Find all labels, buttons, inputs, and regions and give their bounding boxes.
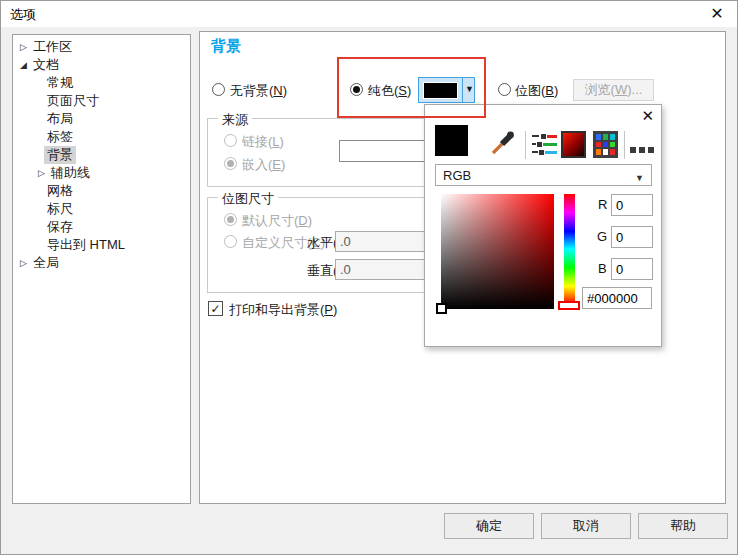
sidebar-item-label[interactable]: 背景 <box>44 146 76 164</box>
label-text: 位图( <box>515 83 545 98</box>
sidebar-item-label[interactable]: 保存 <box>47 218 73 236</box>
link-label: 链接(L) <box>242 133 284 151</box>
tree-collapse-icon[interactable]: ▷ <box>20 254 27 272</box>
eyedropper-icon[interactable] <box>489 127 517 155</box>
hue-slider-handle[interactable] <box>558 301 580 310</box>
color-model-select[interactable]: RGB ▼ <box>435 164 652 186</box>
r-label: R <box>598 197 607 212</box>
color-sliders-icon[interactable] <box>532 134 557 158</box>
sidebar-item-background[interactable]: 背景 <box>13 146 183 164</box>
color-picker-popup: ✕ RGB ▼ R G <box>424 104 662 347</box>
label-text: 垂直( <box>307 263 337 278</box>
sidebar-item-label[interactable]: 导出到 HTML <box>47 236 125 254</box>
sidebar-item-label[interactable]: 工作区 <box>33 38 72 56</box>
label-text: )... <box>627 82 642 97</box>
source-group-title: 来源 <box>218 111 252 129</box>
tree-collapse-icon[interactable]: ▷ <box>20 38 27 56</box>
sidebar-item-guidelines[interactable]: ▷ 辅助线 <box>13 164 183 182</box>
sidebar-item-global[interactable]: ▷ 全局 <box>13 254 183 272</box>
hex-value-field[interactable] <box>582 287 652 309</box>
settings-tree: ▷ 工作区 ◢ 文档 常规 页面尺寸 布局 标签 背景 ▷ 辅助线 网格 标 <box>12 34 191 504</box>
r-value-field[interactable] <box>611 194 653 216</box>
label-text: ) <box>283 83 287 98</box>
no-background-radio[interactable] <box>212 83 225 96</box>
label-text: 水平( <box>307 235 337 250</box>
tree-collapse-icon[interactable]: ▷ <box>38 164 45 182</box>
chevron-down-icon[interactable]: ▼ <box>465 84 474 94</box>
access-key: D <box>298 213 307 228</box>
embed-radio <box>224 157 237 170</box>
color-viewers-icon[interactable] <box>561 131 586 158</box>
sidebar-item-export-html[interactable]: 导出到 HTML <box>13 236 183 254</box>
sidebar-item-document[interactable]: ◢ 文档 <box>13 56 183 74</box>
divider <box>462 78 463 102</box>
b-value-field[interactable] <box>611 258 653 280</box>
selected-color-swatch <box>435 125 468 156</box>
help-button[interactable]: 帮助 <box>638 513 728 539</box>
sidebar-item-label[interactable]: 布局 <box>47 110 73 128</box>
current-color-swatch <box>423 82 458 99</box>
label-text: 无背景( <box>230 83 273 98</box>
label-text: ) <box>333 302 337 317</box>
ok-button[interactable]: 确定 <box>444 513 534 539</box>
sidebar-item-general[interactable]: 常规 <box>13 74 183 92</box>
sidebar-item-label-setting[interactable]: 标签 <box>13 128 183 146</box>
sidebar-item-label[interactable]: 常规 <box>47 74 73 92</box>
access-key: P <box>324 302 333 317</box>
sv-selection-marker[interactable] <box>436 303 447 314</box>
embed-label: 嵌入(E) <box>242 156 285 174</box>
b-label: B <box>598 261 607 276</box>
print-export-checkbox[interactable]: ✓ <box>208 301 223 316</box>
sidebar-item-grid[interactable]: 网格 <box>13 182 183 200</box>
solid-color-label: 纯色(S) <box>368 82 411 100</box>
access-key: N <box>273 83 282 98</box>
sidebar-item-workspace[interactable]: ▷ 工作区 <box>13 38 183 56</box>
g-value-field[interactable] <box>611 226 653 248</box>
tree-expand-icon[interactable]: ◢ <box>20 56 27 74</box>
g-label: G <box>597 229 607 244</box>
default-size-label: 默认尺寸(D) <box>242 212 312 230</box>
sidebar-item-page-size[interactable]: 页面尺寸 <box>13 92 183 110</box>
hue-slider[interactable] <box>564 194 575 304</box>
sidebar-item-label[interactable]: 标尺 <box>47 200 73 218</box>
page-title: 背景 <box>211 37 241 56</box>
access-key: L <box>272 134 279 149</box>
sidebar-item-save[interactable]: 保存 <box>13 218 183 236</box>
link-radio <box>224 134 237 147</box>
label-text: ) <box>554 83 558 98</box>
popup-close-icon[interactable]: ✕ <box>641 107 654 125</box>
color-palettes-icon[interactable] <box>593 131 618 158</box>
browse-button: 浏览(W)... <box>573 79 654 101</box>
more-options-icon[interactable] <box>630 141 657 156</box>
sidebar-item-label[interactable]: 辅助线 <box>51 164 90 182</box>
options-dialog: 选项 ✕ ▷ 工作区 ◢ 文档 常规 页面尺寸 布局 标签 背景 ▷ 辅助线 <box>0 0 738 555</box>
custom-size-radio <box>224 235 237 248</box>
title-bar: 选项 ✕ <box>1 1 737 27</box>
access-key: W <box>615 82 627 97</box>
solid-color-radio[interactable] <box>350 83 363 96</box>
divider <box>525 131 526 159</box>
label-text: 链接( <box>242 134 272 149</box>
bitmap-radio[interactable] <box>498 83 511 96</box>
sidebar-item-label[interactable]: 全局 <box>33 254 59 272</box>
bitmap-size-group-title: 位图尺寸 <box>218 190 278 208</box>
label-text: 自定义尺寸( <box>242 235 311 250</box>
sidebar-item-layout[interactable]: 布局 <box>13 110 183 128</box>
saturation-value-area[interactable] <box>441 194 554 309</box>
sidebar-item-label[interactable]: 网格 <box>47 182 73 200</box>
sidebar-item-label[interactable]: 文档 <box>33 56 59 74</box>
label-text: ) <box>407 83 411 98</box>
sidebar-item-label[interactable]: 页面尺寸 <box>47 92 99 110</box>
sidebar-item-rulers[interactable]: 标尺 <box>13 200 183 218</box>
no-background-label: 无背景(N) <box>230 82 287 100</box>
label-text: 浏览( <box>585 82 615 97</box>
access-key: S <box>398 83 407 98</box>
cancel-button[interactable]: 取消 <box>541 513 631 539</box>
sidebar-item-label[interactable]: 标签 <box>47 128 73 146</box>
bitmap-label: 位图(B) <box>515 82 558 100</box>
divider <box>624 131 625 159</box>
dialog-close-icon[interactable]: ✕ <box>705 3 729 25</box>
label-text: 打印和导出背景( <box>229 302 324 317</box>
color-picker-dropdown-button[interactable]: ▼ <box>418 77 475 103</box>
chevron-down-icon: ▼ <box>635 168 644 188</box>
